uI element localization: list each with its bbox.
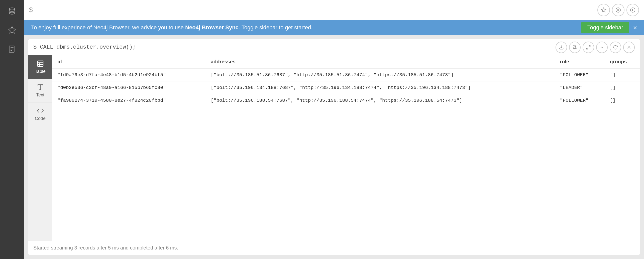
card-body: Table Text Code (28, 55, 640, 241)
table-row: "d0b2e536-c3bf-48a0-a166-815b7b65fc80"["… (52, 81, 640, 94)
database-icon[interactable] (5, 4, 19, 18)
table-row: "fa989274-3719-4580-8e27-4f824c20fbbd"["… (52, 94, 640, 107)
col-header-groups: groups (605, 55, 640, 68)
download-button[interactable] (556, 42, 567, 53)
cell-groups: [] (605, 68, 640, 81)
results-table: id addresses role groups "fd9a79e3-d7fa-… (52, 55, 640, 107)
documents-icon[interactable] (5, 42, 19, 56)
query-prompt: $ (29, 6, 33, 14)
table-header-row: id addresses role groups (52, 55, 640, 68)
svg-line-14 (589, 45, 590, 47)
notification-banner: To enjoy full experince of Neo4j Browser… (24, 20, 644, 35)
col-header-id: id (52, 55, 206, 68)
svg-rect-18 (37, 61, 43, 67)
card-command: $ CALL dbms.cluster.overview(); (33, 44, 556, 50)
query-actions (597, 4, 639, 16)
pin-button[interactable] (569, 42, 581, 53)
code-tab[interactable]: Code (28, 102, 52, 126)
table-tab[interactable]: Table (28, 55, 52, 79)
query-input[interactable] (36, 6, 597, 14)
code-tab-label: Code (35, 116, 46, 121)
svg-marker-11 (632, 9, 634, 11)
view-tabs: Table Text Code (28, 55, 52, 241)
banner-text: To enjoy full experince of Neo4j Browser… (31, 24, 581, 31)
svg-marker-6 (601, 8, 606, 12)
clear-button[interactable] (612, 4, 624, 16)
cell-role: "FOLLOWER" (555, 94, 605, 107)
cell-id: "d0b2e536-c3bf-48a0-a166-815b7b65fc80" (52, 81, 206, 94)
cell-id: "fd9a79e3-d7fa-4e48-b1d5-4b2d1e924bf5" (52, 68, 206, 81)
card-header: $ CALL dbms.cluster.overview(); (28, 39, 640, 55)
col-header-role: role (555, 55, 605, 68)
run-button[interactable] (626, 4, 639, 16)
cell-addresses: ["bolt://35.185.51.86:7687", "http://35.… (206, 68, 555, 81)
star-button[interactable] (597, 4, 610, 16)
refresh-button[interactable] (610, 42, 621, 53)
text-tab[interactable]: Text (28, 79, 52, 102)
col-header-addresses: addresses (206, 55, 555, 68)
cell-groups: [] (605, 81, 640, 94)
card-footer: Started streaming 3 records after 5 ms a… (28, 241, 640, 255)
cell-id: "fa989274-3719-4580-8e27-4f824c20fbbd" (52, 94, 206, 107)
cell-role: "FOLLOWER" (555, 68, 605, 81)
sidebar (0, 0, 24, 259)
svg-line-15 (587, 48, 588, 49)
svg-marker-1 (9, 27, 16, 33)
banner-close-button[interactable]: × (633, 24, 637, 31)
card-actions (556, 42, 635, 53)
cell-groups: [] (605, 94, 640, 107)
favorites-icon[interactable] (5, 23, 19, 37)
close-result-button[interactable] (623, 42, 635, 53)
banner-text-after: . Toggle sidebar to get started. (239, 24, 313, 31)
table-tab-label: Table (35, 69, 46, 74)
svg-point-0 (9, 8, 15, 10)
query-bar: $ (24, 0, 644, 20)
banner-text-before: To enjoy full experince of Neo4j Browser… (31, 24, 185, 31)
footer-text: Started streaming 3 records after 5 ms a… (33, 245, 178, 250)
cell-addresses: ["bolt://35.196.134.188:7687", "http://3… (206, 81, 555, 94)
table-row: "fd9a79e3-d7fa-4e48-b1d5-4b2d1e924bf5"["… (52, 68, 640, 81)
result-card: $ CALL dbms.cluster.overview(); (28, 39, 640, 255)
banner-text-bold: Neo4j Browser Sync (185, 24, 239, 31)
cell-role: "LEADER" (555, 81, 605, 94)
cell-addresses: ["bolt://35.196.188.54:7687", "http://35… (206, 94, 555, 107)
scroll-up-button[interactable] (596, 42, 608, 53)
toggle-sidebar-button[interactable]: Toggle sidebar (581, 22, 629, 33)
expand-button[interactable] (583, 42, 594, 53)
text-tab-label: Text (36, 92, 44, 98)
table-view: id addresses role groups "fd9a79e3-d7fa-… (52, 55, 640, 241)
main-content: $ (24, 0, 644, 259)
